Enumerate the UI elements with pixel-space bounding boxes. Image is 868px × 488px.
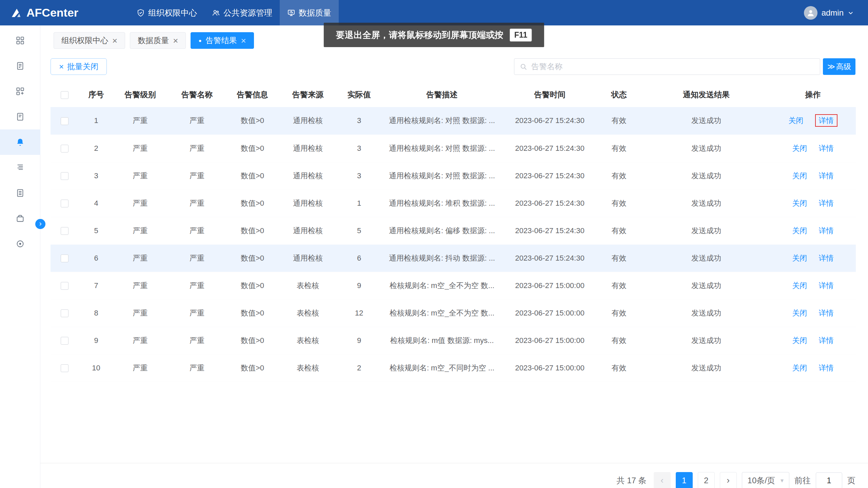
sidebar-item-alarm[interactable] <box>0 129 40 155</box>
sidebar-item-target[interactable] <box>0 231 40 257</box>
sidebar-item-document[interactable] <box>0 104 40 129</box>
detail-link[interactable]: 详情 <box>819 309 834 317</box>
prev-page-button[interactable]: ‹ <box>654 472 671 488</box>
page-button-2[interactable]: 2 <box>698 472 715 488</box>
cell-source: 通用检核 <box>277 135 338 162</box>
cell-seq: 6 <box>78 244 114 272</box>
row-checkbox-cell <box>51 217 78 244</box>
close-link[interactable]: 关闭 <box>792 226 807 235</box>
sidebar-item-log[interactable] <box>0 155 40 180</box>
select-all-checkbox[interactable] <box>61 91 68 99</box>
close-link[interactable]: 关闭 <box>792 364 807 372</box>
close-link[interactable]: 关闭 <box>792 309 807 317</box>
close-link[interactable]: 关闭 <box>788 116 803 125</box>
sidebar-item-file[interactable] <box>0 180 40 206</box>
brand[interactable]: AFCenter <box>0 0 92 25</box>
cell-desc: 检核规则名: m空_全不为空 数... <box>380 299 504 327</box>
tab-org-permission[interactable]: 组织权限中心 × <box>54 32 125 49</box>
row-checkbox-cell <box>51 162 78 189</box>
page-button-1[interactable]: 1 <box>676 472 693 488</box>
sidebar-expand-toggle[interactable] <box>35 219 45 229</box>
close-link[interactable]: 关闭 <box>792 254 807 262</box>
goto-unit-label: 页 <box>847 475 855 486</box>
close-link[interactable]: 关闭 <box>792 281 807 290</box>
row-checkbox[interactable] <box>61 200 68 207</box>
cell-level: 严重 <box>114 162 166 189</box>
detail-link[interactable]: 详情 <box>819 144 834 152</box>
nav-item-org-permission[interactable]: 组织权限中心 <box>129 0 204 25</box>
row-checkbox[interactable] <box>61 172 68 180</box>
detail-link[interactable]: 详情 <box>819 281 834 290</box>
alarm-name-search-input[interactable] <box>531 62 814 71</box>
row-checkbox[interactable] <box>61 309 68 317</box>
cell-name: 严重 <box>166 299 228 327</box>
cell-notify: 发送成功 <box>643 189 770 217</box>
row-checkbox[interactable] <box>61 282 68 290</box>
table-row: 2 严重 严重 数值>0 通用检核 3 通用检核规则名: 对照 数据源: ...… <box>51 135 856 162</box>
document-icon <box>16 112 25 121</box>
cell-status: 有效 <box>595 272 643 299</box>
username: admin <box>822 8 844 18</box>
detail-link[interactable]: 详情 <box>819 364 834 372</box>
column-header: 告警级别 <box>114 82 166 107</box>
cell-seq: 2 <box>78 135 114 162</box>
cell-level: 严重 <box>114 107 166 135</box>
detail-link[interactable]: 详情 <box>819 226 834 235</box>
next-page-button[interactable]: › <box>720 472 737 488</box>
cell-seq: 3 <box>78 162 114 189</box>
cell-level: 严重 <box>114 299 166 327</box>
tab-close-icon[interactable]: × <box>241 36 246 45</box>
nav-item-data-quality[interactable]: 数据质量 <box>280 0 339 25</box>
cell-name: 严重 <box>166 135 228 162</box>
tab-alarm-result[interactable]: ● 告警结果 × <box>191 32 254 49</box>
close-x-icon: × <box>59 62 64 72</box>
row-checkbox[interactable] <box>61 364 68 372</box>
cell-seq: 8 <box>78 299 114 327</box>
cell-desc: 通用检核规则名: 对照 数据源: ... <box>380 107 504 135</box>
table-header-row: 序号告警级别告警名称告警信息告警来源实际值告警描述告警时间状态通知发送结果操作 <box>51 82 856 107</box>
tab-label: 告警结果 <box>205 35 237 46</box>
cell-source: 通用检核 <box>277 244 338 272</box>
row-checkbox[interactable] <box>61 145 68 152</box>
cell-name: 严重 <box>166 354 228 382</box>
log-list-icon <box>16 163 25 172</box>
advanced-search-button[interactable]: ≫ 高级 <box>823 58 855 75</box>
column-header: 状态 <box>595 82 643 107</box>
row-checkbox[interactable] <box>61 227 68 235</box>
cell-source: 通用检核 <box>277 162 338 189</box>
batch-close-button[interactable]: × 批量关闭 <box>51 58 107 75</box>
detail-link[interactable]: 详情 <box>819 171 834 180</box>
cell-level: 严重 <box>114 327 166 354</box>
goto-page-input[interactable] <box>816 472 842 488</box>
row-checkbox-cell <box>51 327 78 354</box>
detail-link[interactable]: 详情 <box>819 254 834 262</box>
detail-link[interactable]: 详情 <box>819 336 834 345</box>
close-link[interactable]: 关闭 <box>792 199 807 207</box>
nav-item-public-resource[interactable]: 公共资源管理 <box>204 0 280 25</box>
row-checkbox[interactable] <box>61 337 68 345</box>
cell-name: 严重 <box>166 272 228 299</box>
detail-link[interactable]: 详情 <box>815 114 837 127</box>
sidebar-item-apps-grid[interactable] <box>0 28 40 53</box>
close-link[interactable]: 关闭 <box>792 336 807 345</box>
tab-close-icon[interactable]: × <box>173 36 178 45</box>
cell-time: 2023-06-27 15:00:00 <box>504 354 595 382</box>
cell-desc: 通用检核规则名: 对照 数据源: ... <box>380 162 504 189</box>
close-link[interactable]: 关闭 <box>792 171 807 180</box>
page-size-select[interactable]: 10条/页 ▾ <box>742 472 789 488</box>
user-menu[interactable]: admin <box>804 0 868 25</box>
row-checkbox[interactable] <box>61 117 68 125</box>
sidebar-item-collection[interactable] <box>0 206 40 231</box>
cell-time: 2023-06-27 15:24:30 <box>504 217 595 244</box>
row-checkbox[interactable] <box>61 255 68 262</box>
tab-close-icon[interactable]: × <box>112 36 117 45</box>
sidebar-item-report[interactable] <box>0 53 40 79</box>
detail-link[interactable]: 详情 <box>819 199 834 207</box>
sidebar-item-apps-plus[interactable] <box>0 79 40 104</box>
table-row: 3 严重 严重 数值>0 通用检核 3 通用检核规则名: 对照 数据源: ...… <box>51 162 856 189</box>
close-link[interactable]: 关闭 <box>792 144 807 152</box>
alarm-table: 序号告警级别告警名称告警信息告警来源实际值告警描述告警时间状态通知发送结果操作 … <box>51 82 856 382</box>
tab-data-quality[interactable]: 数据质量 × <box>130 32 186 49</box>
cell-status: 有效 <box>595 354 643 382</box>
afcenter-logo-icon <box>10 7 22 19</box>
